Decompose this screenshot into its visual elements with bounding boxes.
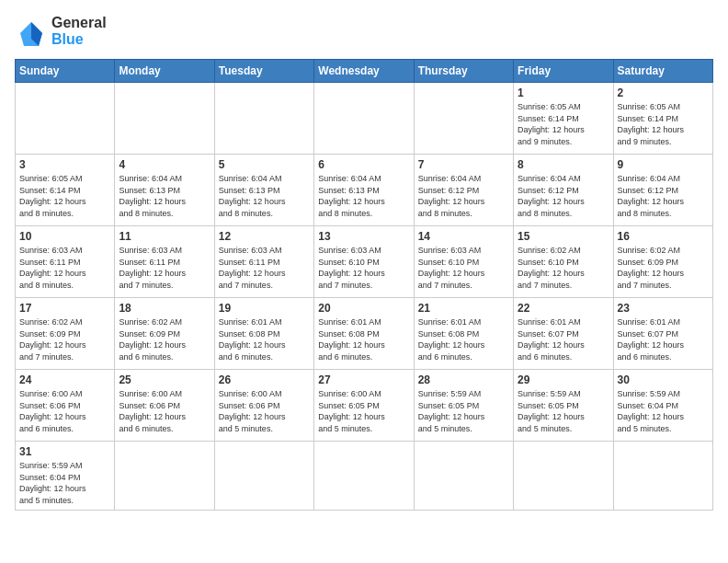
generalblue-logo-icon — [15, 15, 48, 48]
day-info: Sunrise: 6:03 AM Sunset: 6:11 PM Dayligh… — [219, 245, 310, 291]
day-info: Sunrise: 6:02 AM Sunset: 6:09 PM Dayligh… — [119, 316, 210, 362]
day-number: 22 — [518, 302, 609, 315]
day-info: Sunrise: 6:03 AM Sunset: 6:11 PM Dayligh… — [19, 245, 110, 291]
calendar-cell: 19Sunrise: 6:01 AM Sunset: 6:08 PM Dayli… — [214, 298, 313, 370]
day-info: Sunrise: 6:00 AM Sunset: 6:06 PM Dayligh… — [119, 388, 210, 434]
calendar-cell: 8Sunrise: 6:04 AM Sunset: 6:12 PM Daylig… — [514, 155, 613, 226]
calendar-cell — [613, 442, 712, 511]
calendar-cell: 21Sunrise: 6:01 AM Sunset: 6:08 PM Dayli… — [414, 298, 513, 370]
day-info: Sunrise: 6:04 AM Sunset: 6:12 PM Dayligh… — [518, 173, 609, 219]
day-number: 9 — [618, 158, 709, 171]
calendar-week-row: 3Sunrise: 6:05 AM Sunset: 6:14 PM Daylig… — [16, 155, 713, 226]
calendar-cell: 6Sunrise: 6:04 AM Sunset: 6:13 PM Daylig… — [314, 155, 414, 226]
day-number: 7 — [418, 158, 509, 171]
day-number: 2 — [618, 86, 709, 99]
calendar-cell: 5Sunrise: 6:04 AM Sunset: 6:13 PM Daylig… — [214, 155, 313, 226]
day-info: Sunrise: 6:03 AM Sunset: 6:10 PM Dayligh… — [318, 245, 409, 291]
calendar-week-row: 31Sunrise: 5:59 AM Sunset: 6:04 PM Dayli… — [16, 442, 713, 511]
calendar-cell: 16Sunrise: 6:02 AM Sunset: 6:09 PM Dayli… — [613, 226, 712, 298]
day-header-monday: Monday — [115, 60, 214, 83]
day-info: Sunrise: 6:05 AM Sunset: 6:14 PM Dayligh… — [518, 101, 609, 147]
day-number: 13 — [318, 230, 409, 243]
calendar-cell — [314, 83, 414, 155]
calendar-cell — [115, 83, 214, 155]
day-header-saturday: Saturday — [613, 60, 712, 83]
day-info: Sunrise: 6:04 AM Sunset: 6:12 PM Dayligh… — [418, 173, 509, 219]
day-number: 23 — [618, 302, 709, 315]
day-info: Sunrise: 6:03 AM Sunset: 6:10 PM Dayligh… — [418, 245, 509, 291]
day-info: Sunrise: 6:01 AM Sunset: 6:07 PM Dayligh… — [618, 316, 709, 362]
day-number: 29 — [518, 373, 609, 386]
calendar-header-row: SundayMondayTuesdayWednesdayThursdayFrid… — [16, 60, 713, 83]
calendar-cell: 4Sunrise: 6:04 AM Sunset: 6:13 PM Daylig… — [115, 155, 214, 226]
day-info: Sunrise: 6:01 AM Sunset: 6:08 PM Dayligh… — [318, 316, 409, 362]
calendar-cell: 26Sunrise: 6:00 AM Sunset: 6:06 PM Dayli… — [214, 370, 313, 442]
calendar-cell: 23Sunrise: 6:01 AM Sunset: 6:07 PM Dayli… — [613, 298, 712, 370]
day-header-wednesday: Wednesday — [314, 60, 414, 83]
day-number: 3 — [19, 158, 110, 171]
day-info: Sunrise: 6:02 AM Sunset: 6:09 PM Dayligh… — [19, 316, 110, 362]
day-number: 6 — [318, 158, 409, 171]
calendar-week-row: 17Sunrise: 6:02 AM Sunset: 6:09 PM Dayli… — [16, 298, 713, 370]
day-info: Sunrise: 6:02 AM Sunset: 6:09 PM Dayligh… — [618, 245, 709, 291]
day-number: 12 — [219, 230, 310, 243]
day-number: 28 — [418, 373, 509, 386]
calendar-cell — [214, 83, 313, 155]
header: GeneralBlue — [15, 15, 713, 48]
day-number: 8 — [518, 158, 609, 171]
calendar-cell — [314, 442, 414, 511]
calendar-cell: 3Sunrise: 6:05 AM Sunset: 6:14 PM Daylig… — [16, 155, 115, 226]
day-number: 20 — [318, 302, 409, 315]
calendar-cell: 27Sunrise: 6:00 AM Sunset: 6:05 PM Dayli… — [314, 370, 414, 442]
day-number: 21 — [418, 302, 509, 315]
calendar-cell: 18Sunrise: 6:02 AM Sunset: 6:09 PM Dayli… — [115, 298, 214, 370]
calendar-cell: 7Sunrise: 6:04 AM Sunset: 6:12 PM Daylig… — [414, 155, 513, 226]
day-info: Sunrise: 6:04 AM Sunset: 6:13 PM Dayligh… — [318, 173, 409, 219]
calendar-cell: 31Sunrise: 5:59 AM Sunset: 6:04 PM Dayli… — [16, 442, 115, 511]
day-info: Sunrise: 6:04 AM Sunset: 6:13 PM Dayligh… — [119, 173, 210, 219]
calendar-cell: 30Sunrise: 5:59 AM Sunset: 6:04 PM Dayli… — [613, 370, 712, 442]
day-info: Sunrise: 6:01 AM Sunset: 6:08 PM Dayligh… — [418, 316, 509, 362]
calendar-cell — [16, 83, 115, 155]
calendar-cell: 28Sunrise: 5:59 AM Sunset: 6:05 PM Dayli… — [414, 370, 513, 442]
day-info: Sunrise: 5:59 AM Sunset: 6:04 PM Dayligh… — [618, 388, 709, 434]
day-info: Sunrise: 5:59 AM Sunset: 6:05 PM Dayligh… — [518, 388, 609, 434]
calendar-cell: 20Sunrise: 6:01 AM Sunset: 6:08 PM Dayli… — [314, 298, 414, 370]
calendar-cell: 15Sunrise: 6:02 AM Sunset: 6:10 PM Dayli… — [514, 226, 613, 298]
day-header-friday: Friday — [514, 60, 613, 83]
calendar-cell: 10Sunrise: 6:03 AM Sunset: 6:11 PM Dayli… — [16, 226, 115, 298]
day-number: 17 — [19, 302, 110, 315]
day-number: 11 — [119, 230, 210, 243]
calendar-cell: 13Sunrise: 6:03 AM Sunset: 6:10 PM Dayli… — [314, 226, 414, 298]
calendar-cell — [115, 442, 214, 511]
calendar-cell: 17Sunrise: 6:02 AM Sunset: 6:09 PM Dayli… — [16, 298, 115, 370]
day-info: Sunrise: 6:01 AM Sunset: 6:07 PM Dayligh… — [518, 316, 609, 362]
day-info: Sunrise: 5:59 AM Sunset: 6:04 PM Dayligh… — [19, 460, 110, 506]
day-number: 27 — [318, 373, 409, 386]
day-info: Sunrise: 6:04 AM Sunset: 6:13 PM Dayligh… — [219, 173, 310, 219]
day-info: Sunrise: 6:00 AM Sunset: 6:06 PM Dayligh… — [219, 388, 310, 434]
day-info: Sunrise: 6:05 AM Sunset: 6:14 PM Dayligh… — [618, 101, 709, 147]
day-info: Sunrise: 6:05 AM Sunset: 6:14 PM Dayligh… — [19, 173, 110, 219]
calendar-week-row: 10Sunrise: 6:03 AM Sunset: 6:11 PM Dayli… — [16, 226, 713, 298]
calendar-cell: 11Sunrise: 6:03 AM Sunset: 6:11 PM Dayli… — [115, 226, 214, 298]
day-number: 5 — [219, 158, 310, 171]
calendar-week-row: 24Sunrise: 6:00 AM Sunset: 6:06 PM Dayli… — [16, 370, 713, 442]
logo: GeneralBlue — [15, 15, 107, 48]
calendar-cell: 2Sunrise: 6:05 AM Sunset: 6:14 PM Daylig… — [613, 83, 712, 155]
logo-general-text: General — [51, 15, 107, 31]
calendar-cell: 9Sunrise: 6:04 AM Sunset: 6:12 PM Daylig… — [613, 155, 712, 226]
calendar-page: GeneralBlue SundayMondayTuesdayWednesday… — [0, 0, 728, 563]
calendar-week-row: 1Sunrise: 6:05 AM Sunset: 6:14 PM Daylig… — [16, 83, 713, 155]
day-number: 10 — [19, 230, 110, 243]
calendar-cell: 14Sunrise: 6:03 AM Sunset: 6:10 PM Dayli… — [414, 226, 513, 298]
calendar-cell: 12Sunrise: 6:03 AM Sunset: 6:11 PM Dayli… — [214, 226, 313, 298]
day-number: 19 — [219, 302, 310, 315]
calendar-cell — [214, 442, 313, 511]
calendar-cell: 25Sunrise: 6:00 AM Sunset: 6:06 PM Dayli… — [115, 370, 214, 442]
day-number: 15 — [518, 230, 609, 243]
day-number: 24 — [19, 373, 110, 386]
calendar-cell — [414, 442, 513, 511]
day-number: 4 — [119, 158, 210, 171]
calendar-cell: 24Sunrise: 6:00 AM Sunset: 6:06 PM Dayli… — [16, 370, 115, 442]
